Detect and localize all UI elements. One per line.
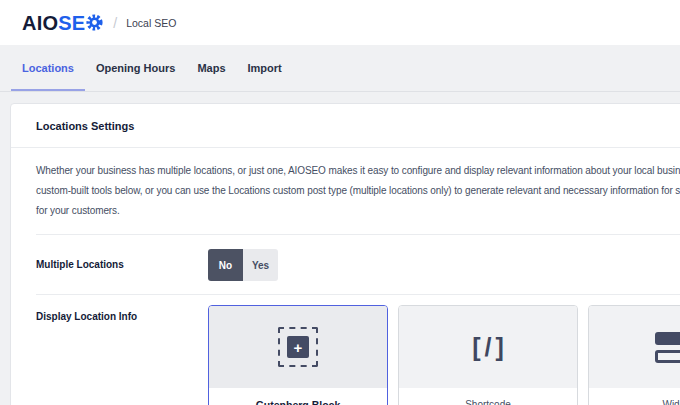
multiple-locations-toggle: No Yes [208,249,278,281]
aioseo-logo: AIOSE [22,13,103,33]
logo-text-se: SE [58,13,85,33]
option-card-shortcode[interactable]: [/] Shortcode [398,305,578,405]
tab-bar: Locations Opening Hours Maps Import [0,45,680,92]
option-card-gutenberg-block[interactable]: + Gutenberg Block [208,305,388,405]
row-display-location-info: Display Location Info + Gutenberg Block … [36,295,680,405]
gutenberg-block-icon: + [209,306,387,388]
locations-settings-card: Locations Settings Whether your business… [10,103,680,405]
option-label: Widget [589,388,680,405]
breadcrumb-separator: / [113,15,117,31]
tab-opening-hours[interactable]: Opening Hours [85,45,186,91]
multiple-locations-label: Multiple Locations [36,249,208,281]
tab-maps[interactable]: Maps [186,45,236,91]
option-label: Gutenberg Block [209,388,387,405]
description-line: custom-built tools below, or you can use… [36,181,680,201]
plus-icon: + [287,336,309,358]
description-line: for your customers. [36,201,680,221]
gear-icon [86,14,103,31]
description-paragraph: Whether your business has multiple locat… [36,161,680,221]
breadcrumb: Local SEO [126,17,176,29]
display-option-cards: + Gutenberg Block [/] Shortcode [208,305,680,405]
widget-icon [589,306,680,388]
tab-locations[interactable]: Locations [11,45,85,91]
toggle-no-button[interactable]: No [208,249,243,281]
shortcode-icon: [/] [399,306,577,388]
logo-text-aio: AIO [22,13,58,33]
toggle-yes-button[interactable]: Yes [243,249,278,281]
card-body: Whether your business has multiple locat… [11,148,680,405]
app-header: AIOSE / Local SEO [0,0,680,45]
row-multiple-locations: Multiple Locations No Yes [36,235,680,294]
option-label: Shortcode [399,388,577,405]
description-line: Whether your business has multiple locat… [36,161,680,181]
card-title: Locations Settings [11,104,680,148]
tab-import[interactable]: Import [237,45,293,91]
option-card-widget[interactable]: Widget [588,305,680,405]
display-location-info-label: Display Location Info [36,305,208,405]
